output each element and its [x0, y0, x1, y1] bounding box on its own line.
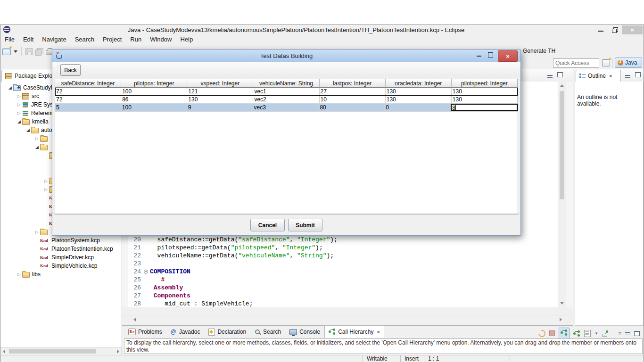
menu-file[interactable]: File	[0, 34, 19, 44]
close-button[interactable]: ×	[622, 25, 643, 34]
tree-item-simpledriver-kcp[interactable]: SimpleDriver.kcp	[0, 253, 122, 262]
generate-th-button[interactable]: Generate TH	[523, 48, 555, 54]
column-header[interactable]: pilotspeed: Integer	[452, 79, 518, 88]
code-line-21[interactable]: 21 pilotspeed:=getData("pilotspeed", "In…	[128, 244, 566, 252]
package-explorer-hscrollbar[interactable]	[0, 347, 122, 355]
scroll-down-icon[interactable]	[560, 302, 564, 304]
scrollbar-thumb[interactable]	[560, 91, 564, 199]
table-cell[interactable]: 121	[187, 88, 253, 95]
table-cell[interactable]: 80	[319, 104, 385, 111]
tree-expander-open-icon[interactable]: ◢	[25, 128, 31, 132]
code-line-24[interactable]: 24COMPOSITION	[128, 268, 566, 276]
table-cell[interactable]: 5	[55, 104, 121, 111]
menu-project[interactable]: Project	[99, 34, 126, 44]
quick-access-input[interactable]	[553, 58, 599, 68]
dialog-maximize-button[interactable]	[485, 50, 496, 59]
fold-collapse-icon[interactable]	[144, 270, 148, 274]
tree-item-platoontestintention-kcp[interactable]: PlatoonTestIntention.kcp	[0, 245, 122, 253]
table-cell[interactable]: vec2	[253, 96, 319, 103]
table-cell[interactable]: 9	[187, 104, 253, 111]
column-header[interactable]: safeDistance: Integer	[55, 79, 121, 88]
toolbar-grip[interactable]	[55, 65, 58, 74]
back-button[interactable]: Back	[60, 64, 81, 76]
menu-search[interactable]: Search	[71, 34, 99, 44]
table-row[interactable]: 51009vec38008	[55, 104, 518, 112]
table-cell[interactable]: 10	[320, 96, 386, 103]
maximize-view-icon[interactable]	[557, 72, 563, 77]
code-line-23[interactable]: 23	[128, 260, 566, 268]
new-dropdown-icon[interactable]	[14, 50, 17, 53]
cancel-button[interactable]: Cancel	[250, 219, 285, 231]
menu-window[interactable]: Window	[146, 34, 176, 44]
code-line-27[interactable]: 27 Components	[128, 292, 566, 300]
tree-expander-open-icon[interactable]: ◢	[16, 119, 22, 124]
editor-vscrollbar[interactable]	[558, 82, 566, 307]
table-cell[interactable]: 130	[386, 96, 452, 103]
table-cell[interactable]: 130	[452, 96, 518, 103]
table-cell[interactable]: 27	[320, 88, 386, 95]
menu-navigate[interactable]: Navigate	[38, 34, 70, 44]
history-list-icon[interactable]	[584, 330, 591, 337]
table-cell[interactable]: 72	[55, 88, 121, 95]
caller-mode-button[interactable]	[559, 328, 570, 339]
table-cell[interactable]: 130	[187, 96, 253, 103]
minimize-view-icon[interactable]	[625, 75, 630, 78]
column-header[interactable]: pilotpos: Integer	[121, 79, 187, 88]
table-cell[interactable]: 130	[386, 88, 452, 95]
column-header[interactable]: vehiculeName: String	[253, 79, 319, 88]
code-line-26[interactable]: 26 Assembly	[128, 284, 566, 292]
tab-search[interactable]: Search	[250, 326, 285, 338]
tree-expander-open-icon[interactable]: ◢	[7, 85, 13, 90]
table-cell[interactable]: 72	[55, 96, 121, 103]
save-all-icon[interactable]	[35, 48, 43, 55]
minimize-button[interactable]	[594, 25, 608, 34]
tree-expander-closed-icon[interactable]: ▷	[43, 179, 49, 183]
close-tab-icon[interactable]: ×	[609, 73, 612, 79]
tree-expander-closed-icon[interactable]: ▷	[34, 230, 40, 234]
table-cell[interactable]: vec1	[253, 88, 319, 95]
tab-javadoc[interactable]: Javadoc	[166, 326, 205, 338]
minimize-view-icon[interactable]	[547, 75, 553, 78]
table-cell[interactable]: 100	[121, 104, 187, 111]
code-line-22[interactable]: 22 vehiculeName:=getData("vehiculeName",…	[128, 252, 566, 260]
new-wizard-icon[interactable]	[2, 48, 11, 55]
restore-button[interactable]	[608, 25, 622, 34]
menu-run[interactable]: Run	[126, 34, 146, 44]
tab-call-hierarchy[interactable]: Call Hierarchy×	[324, 325, 384, 338]
menu-help[interactable]: Help	[176, 34, 197, 44]
open-perspective-icon[interactable]	[602, 59, 610, 66]
table-cell[interactable]: 0	[385, 104, 451, 111]
scroll-right-icon[interactable]	[560, 318, 562, 321]
pin-view-icon[interactable]	[602, 330, 608, 337]
refresh-icon[interactable]	[537, 329, 547, 338]
maximize-view-icon[interactable]	[635, 72, 641, 77]
code-line-20[interactable]: 20 safeDistance:=getData("safeDistance",…	[128, 236, 566, 244]
editing-cell[interactable]: 8	[451, 104, 518, 111]
callee-hierarchy-icon[interactable]	[573, 330, 580, 337]
scroll-up-icon[interactable]	[560, 84, 564, 87]
column-header[interactable]: oracledata: Integer	[386, 79, 452, 88]
editor-hscrollbar[interactable]	[122, 315, 573, 322]
table-cell[interactable]: vec3	[253, 104, 319, 111]
tab-outline[interactable]: Outline ×	[576, 70, 621, 82]
code-line-25[interactable]: 25 #	[128, 276, 566, 284]
tree-item-simplevehicle-kcp[interactable]: SimpleVehicle.kcp	[0, 262, 122, 270]
scrollbar-thumb[interactable]	[9, 349, 96, 354]
tree-expander-closed-icon[interactable]: ▷	[34, 136, 40, 141]
menu-edit[interactable]: Edit	[19, 34, 38, 44]
table-row[interactable]: 72100121vec127130130	[55, 88, 518, 96]
table-cell[interactable]: 130	[452, 88, 518, 95]
tree-expander-closed-icon[interactable]: ▷	[43, 187, 49, 192]
tab-console[interactable]: Console	[285, 326, 324, 338]
table-cell[interactable]: 86	[121, 96, 187, 103]
tree-item-libs[interactable]: ▷libs	[0, 270, 122, 279]
tree-expander-closed-icon[interactable]: ▷	[16, 102, 22, 107]
dialog-minimize-button[interactable]	[473, 50, 485, 59]
java-perspective-button[interactable]: Java	[615, 58, 642, 68]
view-menu-icon[interactable]: ▽	[619, 331, 621, 336]
tree-expander-closed-icon[interactable]: ▷	[16, 272, 22, 277]
tree-expander-closed-icon[interactable]: ▷	[16, 94, 22, 99]
scroll-left-icon[interactable]	[133, 318, 136, 321]
dialog-close-button[interactable]: ×	[498, 50, 518, 62]
history-dropdown-icon[interactable]: ▼	[594, 331, 598, 336]
